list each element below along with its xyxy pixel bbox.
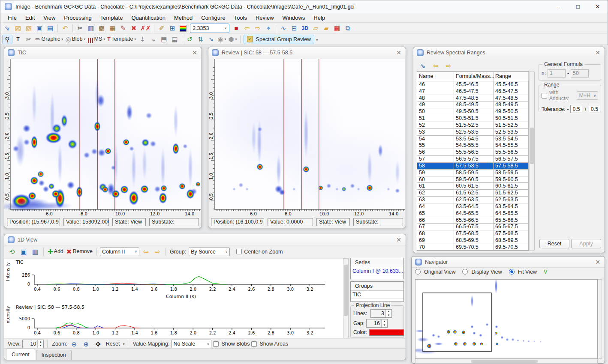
table-row[interactable]: 4645.5-46.545.5-46.5 xyxy=(417,81,529,88)
import-image-icon[interactable]: ▧ xyxy=(24,24,34,33)
reset-zoom-button[interactable]: Reset xyxy=(106,341,120,347)
menu-item-file[interactable]: File xyxy=(4,14,21,22)
save-icon[interactable]: ▣ xyxy=(34,24,45,33)
close-icon[interactable]: ✕ xyxy=(595,259,600,266)
group-select[interactable]: By Source∨ xyxy=(189,248,230,256)
cut-icon[interactable]: ✂ xyxy=(75,24,85,33)
save-icon[interactable]: ▣ xyxy=(18,247,29,257)
table-row[interactable]: 5150.5-51.550.5-51.5 xyxy=(417,115,529,122)
column-header-0[interactable]: Name xyxy=(417,72,454,81)
menu-item-view[interactable]: View xyxy=(39,14,59,22)
refresh-icon[interactable]: ⟲ xyxy=(7,247,17,257)
menu-item-configure[interactable]: Configure xyxy=(197,14,229,22)
table-row[interactable]: 5554.5-55.554.5-55.5 xyxy=(417,142,529,149)
duplicate-window-icon[interactable]: ▰ xyxy=(321,24,331,33)
table-row[interactable]: 5655.5-56.555.5-56.5 xyxy=(417,149,529,156)
spin-down-icon[interactable]: ▼ xyxy=(382,323,387,327)
text-tool-icon[interactable]: T xyxy=(13,35,23,44)
menu-item-tools[interactable]: Tools xyxy=(230,14,251,22)
with-adducts-checkbox[interactable] xyxy=(542,93,547,98)
navigator-window-titlebar[interactable]: Navigator✕ xyxy=(412,257,605,268)
zoom-out-icon[interactable]: ⊖ xyxy=(69,339,79,349)
graphic-menu[interactable]: ✏Graphic▾ xyxy=(34,35,64,44)
rev-2d-plot[interactable]: 6.08.010.012.014.00.51.01.52.02.53.0 xyxy=(208,58,406,217)
prev-range-icon[interactable]: ⇦ xyxy=(430,61,441,70)
scale-combo[interactable]: 2.3353∨ xyxy=(190,24,229,33)
chart-icon[interactable]: ∿ xyxy=(278,24,289,33)
table-row[interactable]: 5958.5-59.558.5-59.5 xyxy=(417,170,529,176)
gap-spinner[interactable]: 16▲▼ xyxy=(366,319,388,328)
ms-menu[interactable]: MS▾ xyxy=(87,35,106,44)
minimize-button[interactable]: – xyxy=(548,0,568,13)
template-menu[interactable]: TTemplate▾ xyxy=(106,35,137,44)
point-tool-menu[interactable]: ◉▾ xyxy=(217,35,227,44)
tab-current[interactable]: Current xyxy=(6,349,35,360)
table-row[interactable]: 6362.5-63.562.5-63.5 xyxy=(417,197,529,203)
back-icon[interactable]: ⇦ xyxy=(242,24,252,33)
table-row[interactable]: 6968.5-69.568.5-69.5 xyxy=(417,237,529,244)
radio-display-view[interactable] xyxy=(462,269,468,274)
chevron-down-icon[interactable]: ▾ xyxy=(123,342,124,346)
close-icon[interactable]: ✕ xyxy=(192,49,197,56)
calculator-icon[interactable]: ⊞ xyxy=(167,24,178,33)
template-apply-icon[interactable]: ⇣ xyxy=(137,35,147,44)
table-row[interactable]: 6564.5-65.564.5-65.5 xyxy=(417,210,529,217)
tic-window-titlebar[interactable]: TIC✕ xyxy=(4,47,202,58)
table-row[interactable]: 6261.5-62.561.5-62.5 xyxy=(417,190,529,197)
table-row[interactable]: 5049.5-50.549.5-50.5 xyxy=(417,108,529,115)
menu-item-help[interactable]: Help xyxy=(310,14,329,22)
menu-item-windows[interactable]: Windows xyxy=(279,14,309,22)
column-tool-menu[interactable]: ⬢▾ xyxy=(227,35,238,44)
spinner-arrows[interactable]: ▲▼ xyxy=(385,310,391,317)
blob-edit-icon[interactable]: ✂ xyxy=(24,35,34,44)
values-table-icon[interactable]: ⊟ xyxy=(289,24,299,33)
table-row[interactable]: 4746.5-47.546.5-47.5 xyxy=(417,88,529,95)
table-row[interactable]: 6665.5-66.565.5-66.5 xyxy=(417,217,529,224)
menu-item-template[interactable]: Template xyxy=(96,14,127,22)
center-on-zoom-checkbox[interactable] xyxy=(236,249,242,254)
navigator-thumbnail[interactable] xyxy=(415,279,598,359)
close-icon[interactable]: ✕ xyxy=(396,236,401,243)
n-from-field[interactable]: 1 xyxy=(548,69,566,78)
copy-icon[interactable]: ▥ xyxy=(30,247,40,257)
undo-icon[interactable]: ↶ xyxy=(60,24,70,33)
z-profile-icon[interactable]: ➘ xyxy=(206,35,216,44)
delete-icon[interactable]: ✖ xyxy=(129,24,139,33)
table-row[interactable]: 5251.5-52.551.5-52.5 xyxy=(417,122,529,129)
maximize-button[interactable]: □ xyxy=(568,0,588,13)
table-row[interactable]: 5352.5-53.552.5-53.5 xyxy=(417,129,529,136)
one-d-view-window-titlebar[interactable]: 1D View✕ xyxy=(4,234,406,245)
radio-original-view[interactable] xyxy=(415,269,421,274)
table-row[interactable]: 4847.5-48.547.5-48.5 xyxy=(417,95,529,102)
3d-view-icon[interactable]: 3D xyxy=(300,24,310,33)
spin-up-icon[interactable]: ▲ xyxy=(386,310,391,313)
menu-item-edit[interactable]: Edit xyxy=(21,14,39,22)
print-icon[interactable]: ▤ xyxy=(45,24,55,33)
value-mapping-select[interactable]: No Scale∨ xyxy=(171,340,211,348)
paste-special-icon[interactable]: ▦ xyxy=(107,24,117,33)
stamp-remove-icon[interactable]: ⬓ xyxy=(169,35,180,44)
reset-button[interactable]: Reset xyxy=(539,239,569,248)
radio-fit-view[interactable] xyxy=(509,269,515,274)
forward-icon[interactable]: ⇨ xyxy=(253,24,263,33)
scrollbar-thumb[interactable] xyxy=(344,265,348,316)
spectral-ranges-window-titlebar[interactable]: Review Spectral Ranges✕ xyxy=(413,47,605,58)
n-to-field[interactable]: 50 xyxy=(571,69,589,78)
close-button[interactable]: ✕ xyxy=(588,0,608,13)
show-areas-checkbox[interactable] xyxy=(251,341,257,347)
review-window-titlebar[interactable]: Review | SIC: 58 — 57.5-58.5✕ xyxy=(208,47,406,58)
menu-item-review[interactable]: Review xyxy=(252,14,278,22)
menu-item-processing[interactable]: Processing xyxy=(60,14,95,22)
table-scrollbar[interactable] xyxy=(529,72,535,251)
chevron-down-icon[interactable]: ▾ xyxy=(316,38,318,42)
next-icon[interactable]: ⇨ xyxy=(152,247,163,257)
navigator-hscrollbar[interactable] xyxy=(415,359,598,364)
template-copy-icon[interactable]: ⤷ xyxy=(148,35,158,44)
groups-list-item[interactable]: TIC xyxy=(351,291,403,299)
table-row[interactable]: 6766.5-67.566.5-67.5 xyxy=(417,224,529,230)
table-row[interactable]: 4948.5-49.548.5-49.5 xyxy=(417,101,529,108)
tolerance-minus-field[interactable]: 0.5 xyxy=(570,105,582,113)
series-list-item[interactable]: Column I @ 10.633... xyxy=(351,267,403,275)
table-row[interactable]: 6463.5-64.563.5-64.5 xyxy=(417,203,529,210)
copy-icon[interactable]: ▥ xyxy=(86,24,96,33)
